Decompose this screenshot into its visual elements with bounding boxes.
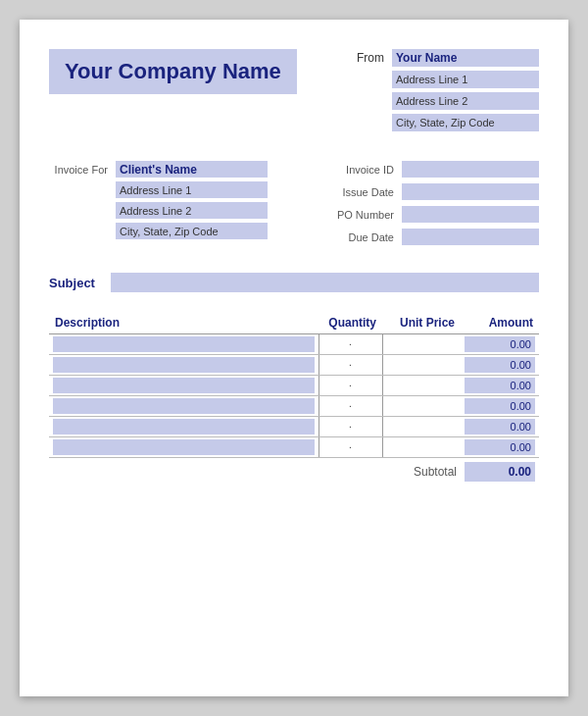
amount-field-1[interactable]: 0.00 — [465, 357, 535, 373]
client-city-row: City, State, Zip Code — [49, 223, 268, 239]
table-row: . 0.00 — [49, 334, 539, 355]
table-row: . 0.00 — [49, 417, 539, 437]
price-cell-2 — [382, 376, 461, 396]
desc-field-2[interactable] — [53, 378, 315, 393]
table-header-row: Description Quantity Unit Price Amount — [49, 312, 539, 334]
po-number-field[interactable] — [402, 206, 539, 223]
desc-field-0[interactable] — [53, 336, 315, 352]
po-number-label: PO Number — [325, 209, 394, 221]
client-address1-row: Address Line 1 — [49, 181, 268, 198]
qty-field-1[interactable]: . — [323, 357, 378, 373]
desc-field-5[interactable] — [53, 439, 315, 455]
invoice-table: Description Quantity Unit Price Amount .… — [49, 312, 539, 486]
col-description-header: Description — [49, 312, 318, 334]
price-cell-3 — [382, 396, 461, 417]
qty-field-2[interactable]: . — [323, 378, 378, 393]
subtotal-row: Subtotal 0.00 — [49, 458, 539, 486]
desc-cell-3 — [49, 396, 318, 417]
company-name[interactable]: Your Company Name — [49, 49, 297, 94]
desc-field-3[interactable] — [53, 398, 315, 414]
price-field-2[interactable] — [387, 378, 458, 393]
price-cell-4 — [382, 417, 461, 437]
client-address2-field[interactable]: Address Line 2 — [116, 202, 268, 219]
price-field-0[interactable] — [387, 336, 458, 352]
desc-cell-2 — [49, 376, 318, 396]
table-row: . 0.00 — [49, 355, 539, 376]
issue-date-field[interactable] — [402, 183, 539, 200]
qty-cell-4: . — [318, 417, 382, 437]
price-field-5[interactable] — [387, 439, 458, 455]
client-city-field[interactable]: City, State, Zip Code — [116, 223, 268, 239]
from-address2-row: Address Line 2 — [355, 92, 539, 110]
price-cell-5 — [382, 437, 461, 458]
client-address1-field[interactable]: Address Line 1 — [116, 181, 268, 198]
desc-cell-0 — [49, 334, 318, 355]
due-date-label: Due Date — [325, 231, 394, 243]
issue-date-label: Issue Date — [325, 186, 394, 198]
subject-label: Subject — [49, 276, 103, 290]
from-name-row: From Your Name — [355, 49, 539, 67]
from-city-field[interactable]: City, State, Zip Code — [392, 114, 539, 131]
subject-row: Subject — [49, 273, 539, 292]
header-section: Your Company Name From Your Name Address… — [49, 49, 539, 131]
table-row: . 0.00 — [49, 376, 539, 396]
po-number-row: PO Number — [325, 206, 539, 223]
qty-cell-3: . — [318, 396, 382, 417]
amount-cell-1: 0.00 — [461, 355, 539, 376]
col-unit-price-header: Unit Price — [382, 312, 461, 334]
desc-field-1[interactable] — [53, 357, 315, 373]
amount-field-3[interactable]: 0.00 — [465, 398, 535, 414]
client-name-field[interactable]: Client's Name — [116, 161, 268, 178]
from-address1-row: Address Line 1 — [355, 71, 539, 88]
subject-field[interactable] — [111, 273, 539, 292]
subtotal-label: Subtotal — [49, 458, 461, 486]
client-address2-row: Address Line 2 — [49, 202, 268, 219]
amount-field-0[interactable]: 0.00 — [465, 336, 535, 352]
qty-cell-0: . — [318, 334, 382, 355]
desc-cell-4 — [49, 417, 318, 437]
qty-cell-1: . — [318, 355, 382, 376]
table-row: . 0.00 — [49, 437, 539, 458]
invoice-id-field[interactable] — [402, 161, 539, 178]
due-date-row: Due Date — [325, 229, 539, 245]
amount-cell-0: 0.00 — [461, 334, 539, 355]
table-row: . 0.00 — [49, 396, 539, 417]
price-field-4[interactable] — [387, 419, 458, 435]
desc-cell-5 — [49, 437, 318, 458]
amount-field-4[interactable]: 0.00 — [465, 419, 535, 435]
invoice-for-label: Invoice For — [49, 164, 108, 176]
price-field-1[interactable] — [387, 357, 458, 373]
amount-field-2[interactable]: 0.00 — [465, 378, 535, 393]
invoice-for-col: Invoice For Client's Name Address Line 1… — [49, 161, 268, 245]
amount-cell-3: 0.00 — [461, 396, 539, 417]
price-field-3[interactable] — [387, 398, 458, 414]
from-city-row: City, State, Zip Code — [355, 114, 539, 131]
invoice-id-label: Invoice ID — [325, 164, 394, 176]
invoice-id-row: Invoice ID — [325, 161, 539, 178]
qty-field-0[interactable]: . — [323, 336, 378, 352]
amount-field-5[interactable]: 0.00 — [465, 439, 535, 455]
billing-section: Invoice For Client's Name Address Line 1… — [49, 161, 539, 245]
from-name-field[interactable]: Your Name — [392, 49, 539, 67]
qty-field-3[interactable]: . — [323, 398, 378, 414]
col-amount-header: Amount — [461, 312, 539, 334]
subtotal-value: 0.00 — [465, 462, 535, 482]
qty-field-4[interactable]: . — [323, 419, 378, 435]
amount-cell-5: 0.00 — [461, 437, 539, 458]
from-address2-field[interactable]: Address Line 2 — [392, 92, 539, 110]
qty-cell-5: . — [318, 437, 382, 458]
price-cell-1 — [382, 355, 461, 376]
subtotal-value-cell: 0.00 — [461, 458, 539, 486]
desc-cell-1 — [49, 355, 318, 376]
invoice-page: Your Company Name From Your Name Address… — [20, 20, 568, 696]
from-address1-field[interactable]: Address Line 1 — [392, 71, 539, 88]
qty-cell-2: . — [318, 376, 382, 396]
client-name-row: Invoice For Client's Name — [49, 161, 268, 178]
price-cell-0 — [382, 334, 461, 355]
col-quantity-header: Quantity — [318, 312, 382, 334]
amount-cell-2: 0.00 — [461, 376, 539, 396]
qty-field-5[interactable]: . — [323, 439, 378, 455]
desc-field-4[interactable] — [53, 419, 315, 435]
due-date-field[interactable] — [402, 229, 539, 245]
from-label: From — [355, 51, 384, 65]
